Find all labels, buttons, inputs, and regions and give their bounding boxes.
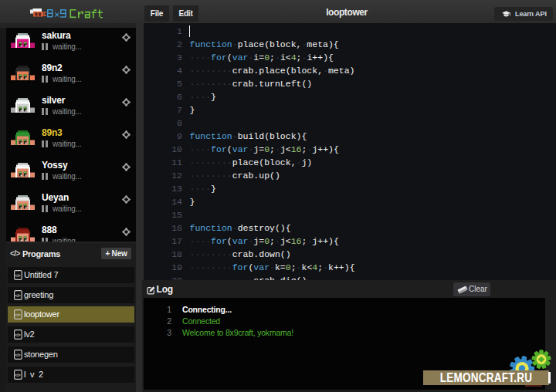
svg-text:</>: </> (15, 273, 21, 278)
svg-text:</>: </> (15, 313, 21, 318)
svg-text:</>: </> (15, 373, 21, 377)
svg-text:</>: </> (15, 333, 21, 337)
svg-text:</>: </> (15, 353, 21, 357)
svg-text:</>: </> (15, 293, 21, 298)
